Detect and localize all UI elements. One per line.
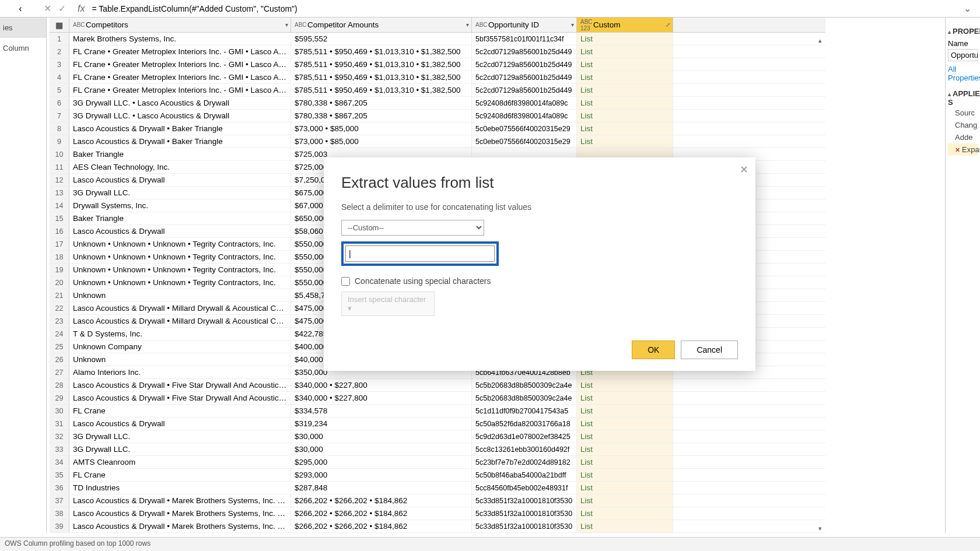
collapse-icon[interactable]: ▴ — [948, 29, 951, 35]
cell-competitors[interactable]: 3G Drywall LLC. • Lasco Acoustics & Dryw… — [69, 110, 291, 122]
ok-button[interactable]: OK — [632, 341, 675, 359]
cell-custom[interactable]: List — [577, 405, 673, 417]
formula-input[interactable] — [90, 3, 958, 15]
filter-icon[interactable]: ▾ — [285, 22, 288, 28]
cell-amounts[interactable]: $785,511 • $950,469 • $1,013,310 • $1,38… — [291, 45, 472, 58]
cell-competitors[interactable]: Lasco Acoustics & Drywall • Millard Dryw… — [69, 315, 291, 327]
cell-custom[interactable]: List — [577, 417, 673, 430]
scroll-up-icon[interactable]: ▴ — [815, 35, 825, 45]
discard-icon[interactable]: ✕ — [44, 3, 51, 14]
cell-custom[interactable]: List — [577, 443, 673, 455]
table-row[interactable]: 39Lasco Acoustics & Drywall • Marek Brot… — [50, 520, 825, 533]
collapse-icon[interactable]: ▴ — [948, 91, 951, 97]
cell-custom[interactable]: List — [577, 97, 673, 109]
cell-custom[interactable]: List — [577, 469, 673, 481]
cell-amounts[interactable]: $266,202 • $266,202 • $184,862 — [291, 494, 472, 507]
cell-competitors[interactable]: Drywall Systems, Inc. — [69, 199, 291, 212]
cell-custom[interactable]: List — [577, 110, 673, 122]
cell-opportunity[interactable]: 5c5b20683d8b8500309c2a4e — [472, 392, 577, 404]
table-row[interactable]: 323G Drywall LLC.$30,0005c9d2d63d1e07800… — [50, 430, 825, 443]
cell-competitors[interactable]: 3G Drywall LLC. • Lasco Acoustics & Dryw… — [69, 97, 291, 109]
applied-step[interactable]: Chang — [948, 119, 978, 131]
cell-competitors[interactable]: AMTS Cleanroom — [69, 456, 291, 468]
cell-opportunity[interactable]: 5c0ebe075566f40020315e29 — [472, 122, 577, 135]
query-item[interactable]: ies — [0, 17, 46, 38]
scroll-down-icon[interactable]: ▾ — [815, 523, 825, 534]
table-row[interactable]: 30FL Crane$334,5785c1d11df0f9b2700417543… — [50, 405, 825, 417]
filter-icon[interactable]: ▾ — [466, 22, 469, 28]
table-row[interactable]: 36TD Industries$287,8485cc84560fb45eb002… — [50, 482, 825, 494]
cell-amounts[interactable]: $30,000 — [291, 430, 472, 443]
special-chars-checkbox[interactable] — [341, 277, 350, 286]
cell-competitors[interactable]: FL Crane • Greater Metroplex Interiors I… — [69, 58, 291, 71]
cell-amounts[interactable]: $785,511 • $950,469 • $1,013,310 • $1,38… — [291, 84, 472, 96]
cell-amounts[interactable]: $319,234 — [291, 417, 472, 430]
cell-competitors[interactable]: Lasco Acoustics & Drywall — [69, 417, 291, 430]
column-header-opportunity[interactable]: ABC Opportunity ID ▾ — [472, 17, 577, 32]
cell-amounts[interactable]: $785,511 • $950,469 • $1,013,310 • $1,38… — [291, 71, 472, 83]
cell-amounts[interactable]: $340,000 • $227,800 — [291, 379, 472, 391]
table-row[interactable]: 3FL Crane • Greater Metroplex Interiors … — [50, 58, 825, 71]
cell-competitors[interactable]: Lasco Acoustics & Drywall — [69, 174, 291, 186]
cell-competitors[interactable]: T & D Systems, Inc. — [69, 328, 291, 340]
cell-custom[interactable]: List — [577, 430, 673, 443]
cell-competitors[interactable]: FL Crane — [69, 405, 291, 417]
delete-step-icon[interactable]: ✕ — [955, 146, 960, 153]
cell-amounts[interactable]: $30,000 — [291, 443, 472, 455]
table-row[interactable]: 37Lasco Acoustics & Drywall • Marek Brot… — [50, 494, 825, 507]
vertical-scrollbar[interactable]: ▴ ▾ — [815, 35, 825, 534]
cell-opportunity[interactable]: 5c92408d6f83980014fa089c — [472, 97, 577, 109]
cell-amounts[interactable]: $334,578 — [291, 405, 472, 417]
cell-custom[interactable]: List — [577, 58, 673, 71]
cell-competitors[interactable]: Unknown — [69, 289, 291, 301]
cell-amounts[interactable]: $266,202 • $266,202 • $184,862 — [291, 520, 472, 532]
cell-opportunity[interactable]: 5bf3557581c01f001f11c34f — [472, 33, 577, 45]
filter-icon[interactable]: ▾ — [571, 22, 574, 28]
cell-competitors[interactable]: FL Crane • Greater Metroplex Interiors I… — [69, 71, 291, 83]
expand-icon[interactable]: ⤢ — [666, 22, 670, 28]
cell-competitors[interactable]: AES Clean Technology, Inc. — [69, 161, 291, 173]
cell-opportunity[interactable]: 5c50a852f6da820031766a18 — [472, 417, 577, 430]
applied-step[interactable]: Sourc — [948, 107, 978, 119]
fx-icon[interactable]: fx — [78, 3, 85, 14]
cell-competitors[interactable]: Lasco Acoustics & Drywall • Millard Dryw… — [69, 302, 291, 314]
cell-opportunity[interactable]: 5c9d2d63d1e078002ef38425 — [472, 430, 577, 443]
applied-step[interactable]: Adde — [948, 131, 978, 143]
table-row[interactable]: 1Marek Brothers Systems, Inc.$595,5525bf… — [50, 33, 825, 45]
table-row[interactable]: 38Lasco Acoustics & Drywall • Marek Brot… — [50, 507, 825, 520]
cell-competitors[interactable]: Alamo Interiors Inc. — [69, 366, 291, 378]
table-row[interactable]: 29Lasco Acoustics & Drywall • Five Star … — [50, 392, 825, 405]
column-header-competitors[interactable]: ABC Competitors ▾ — [69, 17, 291, 32]
cell-competitors[interactable]: TD Industries — [69, 482, 291, 494]
cell-competitors[interactable]: Unknown • Unknown • Unknown • Tegrity Co… — [69, 251, 291, 263]
cell-amounts[interactable]: $340,000 • $227,800 — [291, 392, 472, 404]
table-row[interactable]: 333G Drywall LLC.$30,0005cc8c13261ebb300… — [50, 443, 825, 456]
cell-opportunity[interactable]: 5c2cd07129a856001b25d449 — [472, 71, 577, 83]
cell-opportunity[interactable]: 5c33d851f32a10001810f3530 — [472, 507, 577, 520]
cell-competitors[interactable]: 3G Drywall LLC. — [69, 187, 291, 199]
table-row[interactable]: 5FL Crane • Greater Metroplex Interiors … — [50, 84, 825, 97]
cell-competitors[interactable]: Unknown • Unknown • Unknown • Tegrity Co… — [69, 238, 291, 250]
cell-amounts[interactable]: $780,338 • $867,205 — [291, 97, 472, 109]
table-icon[interactable]: ▦ — [50, 17, 69, 32]
cell-custom[interactable]: List — [577, 482, 673, 494]
cell-opportunity[interactable]: 5c92408d6f83980014fa089c — [472, 110, 577, 122]
nav-back-icon[interactable]: ‹ — [3, 3, 38, 14]
cell-opportunity[interactable]: 5c1d11df0f9b2700417543a5 — [472, 405, 577, 417]
cell-opportunity[interactable]: 5c23bf7e7b7e2d0024d89182 — [472, 456, 577, 468]
applied-step-active[interactable]: ✕Expan — [948, 143, 978, 156]
cell-competitors[interactable]: FL Crane — [69, 469, 291, 481]
cell-custom[interactable]: List — [577, 45, 673, 58]
cell-opportunity[interactable]: 5c2cd07129a856001b25d449 — [472, 58, 577, 71]
cell-custom[interactable]: List — [577, 71, 673, 83]
cell-custom[interactable]: List — [577, 392, 673, 404]
cell-custom[interactable]: List — [577, 507, 673, 520]
cell-competitors[interactable]: Lasco Acoustics & Drywall • Marek Brothe… — [69, 520, 291, 532]
cell-custom[interactable]: List — [577, 135, 673, 148]
table-row[interactable]: 34AMTS Cleanroom$295,0005c23bf7e7b7e2d00… — [50, 456, 825, 469]
cell-competitors[interactable]: FL Crane • Greater Metroplex Interiors I… — [69, 45, 291, 58]
table-row[interactable]: 35FL Crane$293,0005c50b8f46aba54000a21bd… — [50, 469, 825, 482]
cell-custom[interactable]: List — [577, 379, 673, 391]
cell-amounts[interactable]: $287,848 — [291, 482, 472, 494]
cell-opportunity[interactable]: 5cc8c13261ebb300160d492f — [472, 443, 577, 455]
